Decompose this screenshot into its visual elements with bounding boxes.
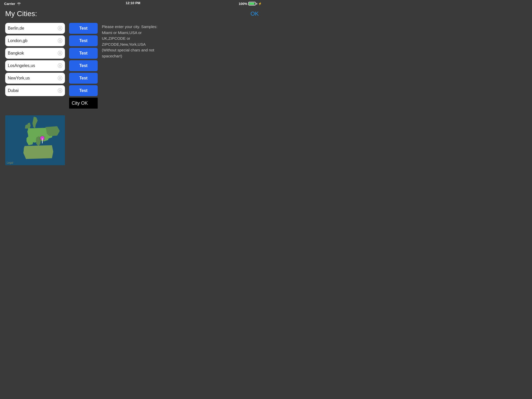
test-buttons-column: TestTestTestTestTestTestCity OK — [69, 23, 98, 109]
main-content: Berlin,deⓧLondon,gbⓧBangkokⓧLosAngeles,u… — [0, 20, 266, 111]
battery-percent: 100% — [239, 2, 247, 6]
map-legal-label: Legal — [7, 161, 13, 164]
city-ok-label: City OK — [69, 98, 98, 109]
test-button-1[interactable]: Test — [69, 35, 98, 46]
clear-city-button-1[interactable]: ⓧ — [58, 38, 62, 44]
status-right: 100% ⚡ — [239, 2, 262, 6]
map-pin-line — [42, 138, 43, 143]
city-input-text-4[interactable]: NewYork,us — [8, 76, 58, 81]
city-input-text-1[interactable]: London,gb — [8, 38, 58, 43]
header: My Cities: OK — [0, 7, 266, 20]
status-time: 12:10 PM — [126, 1, 140, 5]
city-input-row-4: NewYork,usⓧ — [5, 73, 65, 84]
status-left: Carrier — [4, 2, 21, 6]
city-input-text-5[interactable]: Dubai — [8, 88, 58, 93]
city-input-row-5: Dubaiⓧ — [5, 85, 65, 96]
city-input-row-2: Bangkokⓧ — [5, 48, 65, 59]
map-container: Legal — [5, 115, 65, 165]
city-input-row-1: London,gbⓧ — [5, 35, 65, 46]
test-button-2[interactable]: Test — [69, 48, 98, 59]
clear-city-button-4[interactable]: ⓧ — [58, 75, 62, 81]
city-input-text-0[interactable]: Berlin,de — [8, 26, 58, 31]
test-button-4[interactable]: Test — [69, 73, 98, 84]
clear-city-button-5[interactable]: ⓧ — [58, 88, 62, 94]
city-inputs-column: Berlin,deⓧLondon,gbⓧBangkokⓧLosAngeles,u… — [5, 23, 65, 96]
city-input-text-2[interactable]: Bangkok — [8, 51, 58, 56]
city-input-row-3: LosAngeles,usⓧ — [5, 60, 65, 71]
city-input-text-3[interactable]: LosAngeles,us — [8, 63, 58, 68]
clear-city-button-2[interactable]: ⓧ — [58, 50, 62, 56]
clear-city-button-0[interactable]: ⓧ — [58, 25, 62, 31]
test-button-0[interactable]: Test — [69, 23, 98, 34]
test-button-5[interactable]: Test — [69, 85, 98, 96]
instructions-text: Please enter your city. Samples: Miami o… — [102, 24, 159, 59]
charging-icon: ⚡ — [258, 2, 262, 5]
bottom-row: Legal — [0, 111, 266, 165]
status-bar: Carrier 12:10 PM 100% ⚡ — [0, 0, 266, 7]
page-title: My Cities: — [5, 10, 37, 18]
carrier-label: Carrier — [4, 2, 15, 6]
test-button-3[interactable]: Test — [69, 60, 98, 71]
ok-button[interactable]: OK — [248, 9, 261, 18]
wifi-icon — [17, 2, 21, 5]
battery-icon — [248, 2, 257, 5]
city-input-row-0: Berlin,deⓧ — [5, 23, 65, 34]
clear-city-button-3[interactable]: ⓧ — [58, 63, 62, 69]
